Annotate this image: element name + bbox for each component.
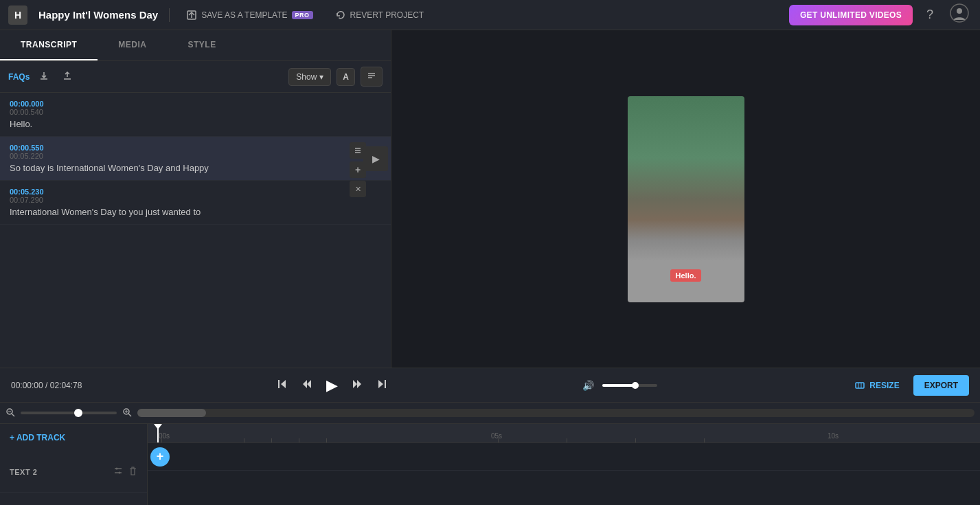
track2-actions — [113, 466, 137, 478]
transcript-segment[interactable]: 00:00.550 00:05.220 So today is Internat… — [0, 137, 391, 181]
topbar: H Happy Int'l Womens Day SAVE AS A TEMPL… — [0, 0, 980, 30]
ruler-tick — [244, 438, 244, 442]
font-format-button[interactable]: A — [337, 68, 355, 86]
ruler-tick — [299, 438, 299, 442]
play-pause-button[interactable]: ▶ — [323, 374, 341, 397]
tab-media[interactable]: MEDIA — [98, 30, 167, 60]
add-track-row: + ADD TRACK — [0, 424, 147, 451]
project-title: Happy Int'l Womens Day — [38, 9, 158, 21]
volume-icon: 🔊 — [582, 380, 594, 391]
track-label-text2: TEXT 2 — [0, 451, 147, 493]
playback-bar: 00:00:00 / 02:04:78 ▶ 🔊 — [0, 368, 980, 402]
app-logo: H — [8, 5, 27, 25]
volume-fill — [602, 384, 635, 387]
revert-icon — [335, 10, 346, 21]
save-template-button[interactable]: SAVE AS A TEMPLATE PRO — [181, 7, 318, 23]
zoom-bar — [0, 402, 980, 424]
ruler-tick — [635, 438, 636, 442]
video-caption: Hello. — [670, 269, 702, 282]
main-area: TRANSCRIPT MEDIA STYLE FAQs — [0, 30, 980, 368]
faqs-link[interactable]: FAQs — [8, 72, 30, 82]
tab-transcript[interactable]: TRANSCRIPT — [0, 30, 98, 60]
svg-point-3 — [957, 8, 962, 14]
align-button[interactable] — [361, 67, 383, 87]
svg-point-25 — [119, 472, 121, 474]
segment-time-end: 00:00.540 — [10, 108, 381, 116]
skip-to-end-button[interactable] — [374, 376, 390, 395]
show-dropdown-button[interactable]: Show ▾ — [288, 68, 331, 86]
track2-delete-button[interactable] — [128, 467, 137, 478]
ruler-mark-0s: 00s — [159, 432, 170, 440]
chevron-down-icon: ▾ — [319, 72, 323, 82]
ruler-mark-5s: 05s — [491, 432, 502, 440]
timeline-scrollbar[interactable] — [137, 409, 975, 417]
timeline-add-button[interactable]: + — [150, 447, 170, 467]
transcript-toolbar: FAQs Show ▾ A — [0, 61, 391, 93]
user-icon — [950, 3, 969, 23]
segment-time-end: 00:05.220 — [10, 152, 336, 160]
ruler-mark-10s: 10s — [828, 432, 839, 440]
skip-to-start-button[interactable] — [274, 376, 290, 395]
segment-delete-button[interactable]: ✕ — [350, 181, 366, 197]
playhead[interactable] — [157, 424, 159, 442]
rewind-button[interactable] — [299, 376, 315, 395]
text2-track: + — [148, 443, 980, 471]
volume-slider[interactable] — [602, 384, 657, 387]
tab-style[interactable]: STYLE — [168, 30, 237, 60]
segment-play-button[interactable]: ▶ — [363, 146, 388, 171]
zoom-in-button[interactable] — [122, 407, 132, 419]
track2-settings-button[interactable] — [113, 466, 123, 478]
timeline-area: + ADD TRACK TEXT 2 — [0, 402, 980, 505]
rewind-icon — [301, 379, 312, 390]
save-template-icon — [186, 10, 197, 21]
video-preview: Hello. — [391, 30, 980, 368]
zoom-thumb — [74, 409, 82, 417]
get-unlimited-button[interactable]: GET UNLIMITED VIDEOS — [789, 5, 913, 25]
ruler-tick — [161, 438, 162, 442]
timeline-tracks: + ADD TRACK TEXT 2 — [0, 424, 980, 505]
download-icon — [39, 71, 49, 80]
volume-thumb — [632, 382, 639, 389]
transcript-segment[interactable]: 00:00.000 00:00.540 Hello. — [0, 93, 391, 137]
scroll-thumb — [137, 409, 206, 417]
track-label-text1: TEXT 1 — [0, 493, 147, 505]
upload-icon — [62, 71, 72, 80]
divider — [169, 8, 170, 22]
revert-project-button[interactable]: REVERT PROJECT — [330, 7, 430, 23]
timeline-ruler: 00s 05s 10s — [148, 424, 980, 443]
upload-button[interactable] — [58, 68, 76, 85]
export-button[interactable]: EXPORT — [913, 375, 969, 396]
skip-end-icon — [376, 379, 387, 390]
ruler-tick — [704, 438, 705, 442]
segment-text: Hello. — [10, 119, 381, 129]
skip-start-icon — [277, 379, 288, 390]
video-container: Hello. — [628, 96, 744, 302]
align-icon — [367, 71, 376, 80]
segment-time-start: 00:00.000 — [10, 100, 381, 108]
download-button[interactable] — [35, 68, 53, 85]
svg-line-16 — [12, 414, 14, 416]
svg-line-19 — [128, 414, 131, 416]
resize-icon — [854, 380, 865, 391]
segment-time-start: 00:00.550 — [10, 144, 336, 152]
segment-text: International Women's Day to you just wa… — [10, 207, 381, 217]
tabs-bar: TRANSCRIPT MEDIA STYLE — [0, 30, 391, 61]
settings-icon — [113, 466, 123, 475]
timeline-track-text2 — [148, 471, 980, 505]
playhead-head — [154, 424, 162, 429]
track-labels: + ADD TRACK TEXT 2 — [0, 424, 148, 505]
time-display: 00:00:00 / 02:04:78 — [11, 381, 82, 390]
fast-forward-button[interactable] — [349, 376, 365, 395]
zoom-out-button[interactable] — [5, 407, 15, 419]
user-account-button[interactable] — [947, 1, 972, 29]
resize-button[interactable]: RESIZE — [849, 377, 904, 394]
zoom-slider[interactable] — [21, 412, 117, 414]
zoom-in-icon — [122, 407, 132, 417]
transcript-segment[interactable]: 00:05.230 00:07.290 International Women'… — [0, 181, 391, 225]
segment-play-area: ▶ — [363, 146, 388, 171]
fast-forward-icon — [352, 379, 363, 390]
help-button[interactable]: ? — [924, 5, 936, 25]
ruler-tick — [498, 438, 499, 442]
zoom-out-icon — [5, 407, 15, 417]
add-track-button[interactable]: + ADD TRACK — [10, 433, 65, 442]
